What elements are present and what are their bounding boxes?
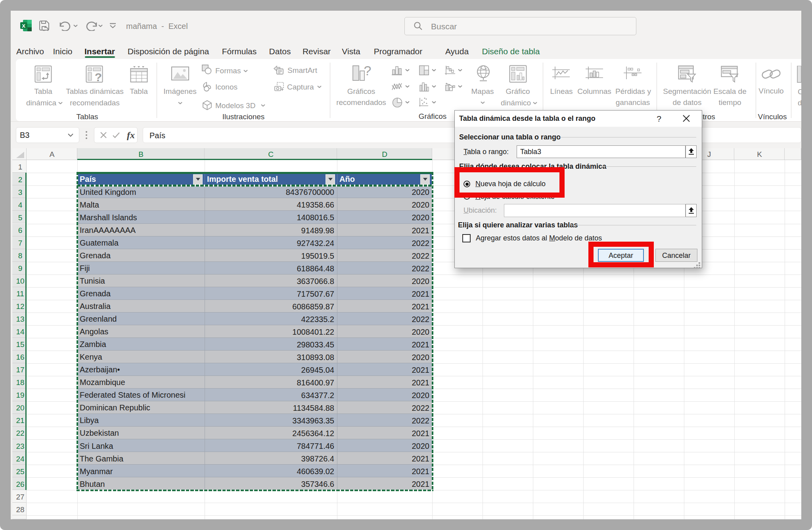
svg-text:?: ? (364, 65, 371, 78)
svg-text:X: X (22, 23, 25, 29)
svg-text:?: ? (95, 71, 102, 83)
